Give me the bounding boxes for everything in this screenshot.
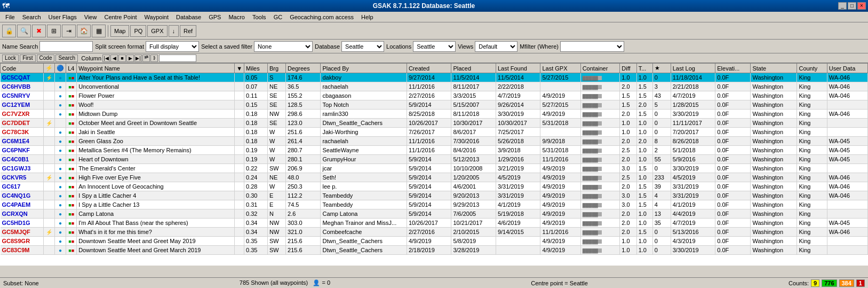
table-row[interactable]: GC617●■■An Innocent Love of Geocaching0.…	[1, 182, 868, 191]
table-row[interactable]: GC4NQ1G●■■I Spy a Little Cacher 40.30E11…	[1, 191, 868, 200]
delete-button[interactable]: ✖	[32, 25, 46, 37]
col-code[interactable]: Code	[1, 64, 44, 73]
col-dot[interactable]: 🔵	[55, 64, 66, 73]
name-search-input[interactable]	[39, 41, 93, 52]
map-button[interactable]: Map	[110, 25, 129, 37]
menu-gc[interactable]: GC	[270, 13, 286, 21]
col-diff[interactable]: Diff	[620, 64, 636, 73]
menu-user-flags[interactable]: User Flags	[45, 13, 80, 21]
nav-extra-button[interactable]: ⟫	[150, 55, 158, 62]
menu-centre-point[interactable]: Centre Point	[101, 13, 140, 21]
nav-last-button[interactable]: ▶|	[134, 55, 142, 62]
ref-button[interactable]: Ref	[180, 25, 196, 37]
col-placed-by[interactable]: Placed By	[321, 64, 407, 73]
cell-container: ▓▓▓▓▓	[580, 182, 620, 191]
locations-select[interactable]: Seattle	[413, 41, 456, 52]
table-row[interactable]: GC5MJQF⚡●■■What's in it for me this time…	[1, 228, 868, 237]
table-row[interactable]: GC12YEM●■■Woof!0.15SE128.5Top Notch5/9/2…	[1, 100, 868, 110]
col-last-log[interactable]: Last Log	[671, 64, 715, 73]
col-last-gpx[interactable]: Last GPX	[540, 64, 580, 73]
menu-file[interactable]: File	[2, 13, 18, 21]
cell-last-log: 4/3/2019	[671, 237, 715, 246]
split-screen-select[interactable]: Full display Split 50/50	[146, 41, 199, 52]
find-button[interactable]: 🔍	[17, 25, 31, 37]
col-l4[interactable]: L4	[66, 64, 77, 73]
table-row[interactable]: GCKVR5⚡●■■High Five over Eye Five0.24NE4…	[1, 173, 868, 182]
menu-tools[interactable]: Tools	[249, 13, 269, 21]
col-placed[interactable]: Placed	[451, 64, 496, 73]
table-row[interactable]: GC7VZXR●■■Midtown Dump0.18NW298.6ramlin3…	[1, 110, 868, 119]
menu-waypoint[interactable]: Waypoint	[141, 13, 172, 21]
lock-col-button[interactable]: Lock	[2, 55, 19, 62]
grid-button[interactable]: ⊞	[47, 25, 61, 37]
col-terrain[interactable]: T...	[636, 64, 652, 73]
menu-database[interactable]: Database	[173, 13, 204, 21]
col-search-input[interactable]	[159, 55, 196, 62]
down-button[interactable]: ↓	[169, 25, 179, 37]
mfilter-select[interactable]	[560, 41, 624, 52]
cell-elev: 0.0F	[715, 200, 751, 209]
maximize-button[interactable]: □	[848, 2, 856, 10]
nav-stop-button[interactable]: ■	[118, 55, 126, 62]
table-row[interactable]: GCRXQN●■■Camp Latona0.32N2.6Camp Latona5…	[1, 209, 868, 219]
table-row[interactable]: GC8S9GR●■■Downtown Seattle Meet and Gree…	[1, 237, 868, 246]
nav-flag-button[interactable]: 🏴	[142, 55, 150, 62]
table-row[interactable]: GC4C0B1●■■Heart of Downtown0.19W280.1Gru…	[1, 155, 868, 164]
move-button[interactable]: ⇥	[62, 25, 76, 37]
cell-alert	[44, 200, 55, 209]
menu-macro[interactable]: Macro	[225, 13, 248, 21]
mfilter-group: Mfilter (Where)	[520, 41, 624, 52]
search-col-button[interactable]: Search	[55, 55, 78, 62]
col-degrees[interactable]: Degrees	[286, 64, 321, 73]
database-select[interactable]: Seattle	[341, 41, 384, 52]
table-row[interactable]: GC4PAEM●■■I Spy a Little Cacher 130.31E7…	[1, 200, 868, 209]
home-button[interactable]: 🏠	[77, 25, 91, 37]
col-brg[interactable]: Brg	[268, 64, 286, 73]
table-row[interactable]: GC1GWJ3●■■The Emerald's Center0.22SW206.…	[1, 164, 868, 173]
pq-button[interactable]: PQ	[130, 25, 146, 37]
nav-next-button[interactable]: ▶	[126, 55, 134, 62]
menu-geocaching-access[interactable]: Geocaching.com access	[286, 13, 357, 21]
col-container[interactable]: Container	[580, 64, 620, 73]
table-row[interactable]: GC6M1E4●■■Green Glass Zoo0.18W261.4racha…	[1, 137, 868, 146]
col-alert[interactable]: ⚡	[44, 64, 55, 73]
col-sort[interactable]: ▼	[235, 64, 244, 73]
saved-filter-select[interactable]: None	[254, 41, 313, 52]
col-created[interactable]: Created	[407, 64, 451, 73]
table-row[interactable]: GC6HVBB●■■Unconventional0.07NE36.5rachae…	[1, 82, 868, 91]
gpx-button[interactable]: GPX	[147, 25, 167, 37]
menu-help[interactable]: Help	[358, 13, 377, 21]
nav-first-button[interactable]: |◀	[102, 55, 110, 62]
col-elev[interactable]: Elevati...	[715, 64, 751, 73]
table-container[interactable]: Code ⚡ 🔵 L4 Waypoint Name ▼ Miles Brg De…	[0, 63, 868, 266]
col-last-found[interactable]: Last Found	[496, 64, 540, 73]
col-county[interactable]: County	[797, 64, 827, 73]
col-miles[interactable]: Miles	[244, 64, 268, 73]
close-button[interactable]: ×	[857, 2, 866, 10]
cell-elev: 0.0F	[715, 164, 751, 173]
minimize-button[interactable]: _	[838, 2, 847, 10]
cell-container: ▓▓▓▓▓	[580, 246, 620, 255]
menu-search[interactable]: Search	[19, 13, 44, 21]
table-row[interactable]: GC6PNKF●■■Metallica Series #4 (The Memor…	[1, 146, 868, 155]
col-waypoint-name[interactable]: Waypoint Name	[77, 64, 235, 73]
title-bar-controls[interactable]: _ □ ×	[838, 2, 866, 10]
table-row[interactable]: GC83C9M●■■Downtown Seattle Meet and Gree…	[1, 246, 868, 255]
menu-view[interactable]: View	[81, 13, 100, 21]
table-row[interactable]: GC5HD1G●■■I'm All About That Bass (near …	[1, 219, 868, 228]
first-col-button[interactable]: First	[20, 55, 35, 62]
table-row[interactable]: GC5CQAT⚡●■■Alter Your Plans and Have a S…	[1, 73, 868, 82]
table-row[interactable]: GC7DDET⚡■■October Meet and Greet in Down…	[1, 119, 868, 128]
views-select[interactable]: Default	[475, 41, 517, 52]
table-row[interactable]: GC5NRYV●■■Flower Power0.11SE155.2cbagaas…	[1, 91, 868, 100]
code-col-button[interactable]: Code	[37, 55, 55, 62]
nav-prev-button[interactable]: ◀	[110, 55, 118, 62]
col-state[interactable]: State	[751, 64, 797, 73]
cell-terrain: 1.5	[636, 228, 652, 237]
col-user-data[interactable]: User Data	[827, 64, 867, 73]
lock-button[interactable]: 🔒	[2, 25, 16, 37]
menu-gps[interactable]: GPS	[205, 13, 224, 21]
table-button[interactable]: ▦	[92, 25, 106, 37]
table-row[interactable]: GC78C3K●■■Jaki in Seattle0.18W251.6Jaki-…	[1, 128, 868, 137]
col-star[interactable]: ★	[652, 64, 671, 73]
